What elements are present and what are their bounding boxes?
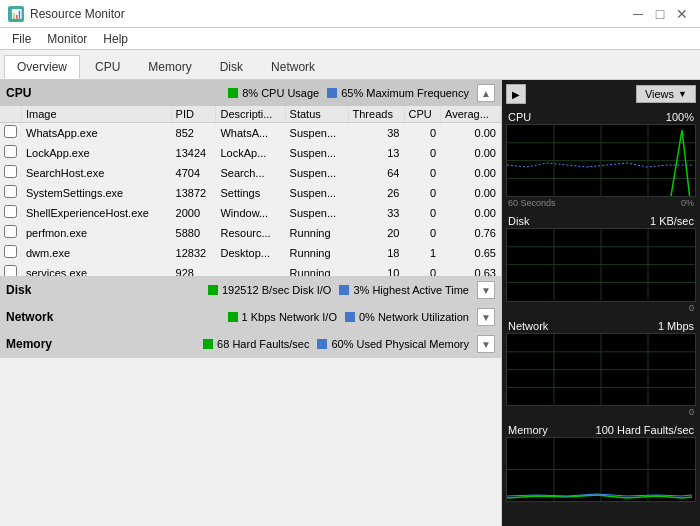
expand-button[interactable]: ▶ xyxy=(506,84,526,104)
menu-file[interactable]: File xyxy=(4,30,39,48)
table-cell: 13 xyxy=(348,143,404,163)
menu-monitor[interactable]: Monitor xyxy=(39,30,95,48)
close-button[interactable]: ✕ xyxy=(672,4,692,24)
table-row[interactable]: WhatsApp.exe852WhatsA...Suspen...3800.00 xyxy=(0,123,501,143)
table-row[interactable]: services.exe928Running1000.63 xyxy=(0,263,501,277)
col-cpu[interactable]: CPU xyxy=(404,106,441,123)
memory-faults-dot xyxy=(203,339,213,349)
table-cell: 0.63 xyxy=(441,263,501,277)
table-cell: Running xyxy=(285,243,348,263)
table-cell: Window... xyxy=(216,203,285,223)
tab-memory[interactable]: Memory xyxy=(135,55,204,78)
table-cell: 0.00 xyxy=(441,163,501,183)
minimize-button[interactable]: ─ xyxy=(628,4,648,24)
table-cell: 0 xyxy=(404,263,441,277)
memory-section-header[interactable]: Memory 68 Hard Faults/sec 60% Used Physi… xyxy=(0,331,501,357)
disk-graph-zero: 0 xyxy=(689,303,694,313)
cpu-graph-svg xyxy=(507,125,695,196)
app-icon: 📊 xyxy=(8,6,24,22)
table-cell xyxy=(216,263,285,277)
tab-disk[interactable]: Disk xyxy=(207,55,256,78)
views-button[interactable]: Views ▼ xyxy=(636,85,696,103)
table-cell: Suspen... xyxy=(285,203,348,223)
disk-section: Disk 192512 B/sec Disk I/O 3% Highest Ac… xyxy=(0,277,501,304)
disk-graph xyxy=(506,228,696,301)
menu-bar: File Monitor Help xyxy=(0,28,700,50)
cpu-table-container: Image PID Descripti... Status Threads CP… xyxy=(0,106,501,276)
table-cell: 33 xyxy=(348,203,404,223)
table-row[interactable]: SystemSettings.exe13872SettingsSuspen...… xyxy=(0,183,501,203)
col-threads[interactable]: Threads xyxy=(348,106,404,123)
table-cell: 5880 xyxy=(171,223,216,243)
table-cell: 38 xyxy=(348,123,404,143)
table-row[interactable]: dwm.exe12832Desktop...Running1810.65 xyxy=(0,243,501,263)
row-checkbox[interactable] xyxy=(4,185,17,198)
table-cell: Resourc... xyxy=(216,223,285,243)
disk-io-text: 192512 B/sec Disk I/O xyxy=(222,284,331,296)
table-row[interactable]: LockApp.exe13424LockAp...Suspen...1300.0… xyxy=(0,143,501,163)
tab-network[interactable]: Network xyxy=(258,55,328,78)
disk-graph-section: Disk 1 KB/sec 0 xyxy=(506,214,696,313)
row-checkbox[interactable] xyxy=(4,265,17,276)
table-row[interactable]: ShellExperienceHost.exe2000Window...Susp… xyxy=(0,203,501,223)
network-collapse-btn[interactable]: ▼ xyxy=(477,308,495,326)
table-cell: 4704 xyxy=(171,163,216,183)
cpu-table: Image PID Descripti... Status Threads CP… xyxy=(0,106,501,276)
table-cell: 928 xyxy=(171,263,216,277)
table-cell: Settings xyxy=(216,183,285,203)
views-dropdown-icon: ▼ xyxy=(678,89,687,99)
table-row[interactable]: perfmon.exe5880Resourc...Running2000.76 xyxy=(0,223,501,243)
row-checkbox[interactable] xyxy=(4,125,17,138)
row-checkbox[interactable] xyxy=(4,145,17,158)
network-section-header[interactable]: Network 1 Kbps Network I/O 0% Network Ut… xyxy=(0,304,501,330)
table-cell: WhatsA... xyxy=(216,123,285,143)
maximize-button[interactable]: □ xyxy=(650,4,670,24)
table-cell: Running xyxy=(285,223,348,243)
disk-section-header[interactable]: Disk 192512 B/sec Disk I/O 3% Highest Ac… xyxy=(0,277,501,303)
network-util-dot xyxy=(345,312,355,322)
memory-faults-text: 68 Hard Faults/sec xyxy=(217,338,309,350)
col-pid[interactable]: PID xyxy=(171,106,216,123)
cpu-graph xyxy=(506,124,696,197)
memory-collapse-btn[interactable]: ▼ xyxy=(477,335,495,353)
title-bar: 📊 Resource Monitor ─ □ ✕ xyxy=(0,0,700,28)
row-checkbox[interactable] xyxy=(4,245,17,258)
network-util-text: 0% Network Utilization xyxy=(359,311,469,323)
cpu-usage-dot xyxy=(228,88,238,98)
tab-overview[interactable]: Overview xyxy=(4,55,80,79)
disk-section-title: Disk xyxy=(6,283,31,297)
col-desc[interactable]: Descripti... xyxy=(216,106,285,123)
table-row[interactable]: SearchHost.exe4704Search...Suspen...6400… xyxy=(0,163,501,183)
network-graph-unit: 1 Mbps xyxy=(658,320,694,332)
row-checkbox[interactable] xyxy=(4,165,17,178)
col-average[interactable]: Averag... xyxy=(441,106,501,123)
table-cell: perfmon.exe xyxy=(22,223,172,243)
table-cell: Suspen... xyxy=(285,123,348,143)
table-cell: ShellExperienceHost.exe xyxy=(22,203,172,223)
table-cell: 1 xyxy=(404,243,441,263)
cpu-section-header[interactable]: CPU 8% CPU Usage 65% Maximum Frequency ▲ xyxy=(0,80,501,106)
table-cell: LockAp... xyxy=(216,143,285,163)
window-title: Resource Monitor xyxy=(30,7,125,21)
disk-io-dot xyxy=(208,285,218,295)
row-checkbox[interactable] xyxy=(4,205,17,218)
memory-section: Memory 68 Hard Faults/sec 60% Used Physi… xyxy=(0,331,501,358)
table-cell: Suspen... xyxy=(285,143,348,163)
col-image[interactable]: Image xyxy=(22,106,172,123)
col-status[interactable]: Status xyxy=(285,106,348,123)
table-cell: 0.00 xyxy=(441,183,501,203)
disk-collapse-btn[interactable]: ▼ xyxy=(477,281,495,299)
table-cell: 18 xyxy=(348,243,404,263)
network-graph xyxy=(506,333,696,406)
menu-help[interactable]: Help xyxy=(95,30,136,48)
row-checkbox[interactable] xyxy=(4,225,17,238)
cpu-usage-text: 8% CPU Usage xyxy=(242,87,319,99)
table-cell: services.exe xyxy=(22,263,172,277)
disk-graph-svg xyxy=(507,229,695,300)
cpu-freq-dot xyxy=(327,88,337,98)
table-cell: 0.00 xyxy=(441,143,501,163)
table-cell: 0.00 xyxy=(441,123,501,143)
cpu-collapse-btn[interactable]: ▲ xyxy=(477,84,495,102)
tab-cpu[interactable]: CPU xyxy=(82,55,133,78)
memory-graph-svg xyxy=(507,438,695,501)
